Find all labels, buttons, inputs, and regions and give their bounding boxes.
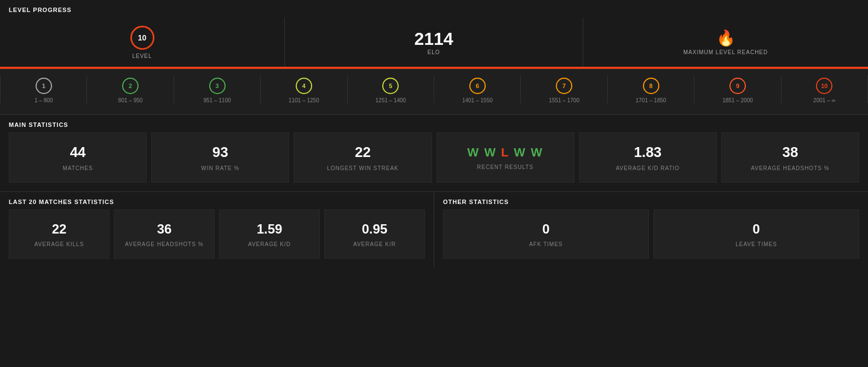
tick-circle: 10 [816, 78, 832, 94]
level-tick: 5 1251 – 1400 [348, 75, 434, 103]
stat-value: 93 [212, 144, 228, 161]
level-top-row: 10 LEVEL 2114 ELO 🔥 MAXIMUM LEVEL REACHE… [0, 18, 868, 67]
fire-icon: 🔥 [716, 29, 735, 47]
tick-range: 2001 – ∞ [813, 97, 836, 103]
level-tick: 2 801 – 950 [87, 75, 174, 103]
other-stat-value: 0 [542, 222, 549, 237]
tick-circle: 1 [36, 78, 52, 94]
level-tick: 8 1701 – 1850 [608, 75, 694, 103]
other-stat-label: LEAVE TIMES [735, 241, 777, 247]
bottom-stat-label: AVERAGE K/R [353, 241, 396, 247]
stat-card: 22 LONGEST WIN STREAK [294, 132, 432, 183]
tick-range: 1 – 800 [35, 97, 53, 103]
stat-label: MATCHES [63, 165, 93, 171]
stat-value: 1.83 [634, 144, 662, 161]
stat-value: 22 [355, 144, 371, 161]
tick-circle: 7 [556, 78, 572, 94]
tick-range: 1701 – 1850 [636, 97, 666, 103]
other-stats-grid: 0 AFK TIMES 0 LEAVE TIMES [434, 209, 868, 267]
stat-label: LONGEST WIN STREAK [327, 165, 399, 171]
tick-range: 1251 – 1400 [376, 97, 406, 103]
stat-card: 38 AVERAGE HEADSHOTS % [721, 132, 859, 183]
level-block: 10 LEVEL [0, 18, 285, 67]
bottom-stat-value: 22 [52, 222, 67, 237]
level-label: LEVEL [132, 53, 152, 59]
bottom-stat-label: AVERAGE K/D [248, 241, 291, 247]
result-w: W [531, 145, 543, 159]
bottom-stat-value: 0.95 [362, 222, 388, 237]
tick-range: 1401 – 1550 [462, 97, 493, 103]
other-stat-value: 0 [752, 222, 760, 237]
stat-card: 44 MATCHES [9, 132, 147, 183]
tick-circle: 4 [296, 78, 312, 94]
bottom-section: LAST 20 MATCHES STATISTICS 22 AVERAGE KI… [0, 191, 868, 267]
stat-card: W W L W W RECENT RESULTS [436, 132, 574, 183]
level-tick: 7 1551 – 1700 [521, 75, 607, 103]
elo-value: 2114 [414, 29, 453, 49]
level-ticks-row: 1 1 – 800 2 801 – 950 3 951 – 1100 4 110… [0, 69, 868, 114]
result-w: W [514, 145, 526, 159]
main-stats-section: MAIN STATISTICS 44 MATCHES 93 WIN RATE %… [0, 114, 868, 191]
bottom-stat-value: 36 [157, 222, 172, 237]
bottom-stat-card: 1.59 AVERAGE K/D [219, 209, 320, 259]
other-stat-card: 0 LEAVE TIMES [653, 209, 859, 259]
tick-circle: 6 [469, 78, 486, 94]
other-stat-card: 0 AFK TIMES [443, 209, 649, 259]
tick-circle: 3 [209, 78, 226, 94]
recent-results-value: W W L W W [467, 145, 543, 160]
level-tick: 3 951 – 1100 [174, 75, 261, 103]
main-stats-grid: 44 MATCHES 93 WIN RATE % 22 LONGEST WIN … [0, 132, 868, 191]
other-stats-section: OTHER STATISTICS 0 AFK TIMES 0 LEAVE TIM… [434, 192, 868, 267]
tick-range: 951 – 1100 [203, 97, 231, 103]
level-tick: 9 1851 – 2000 [694, 75, 781, 103]
other-stats-title: OTHER STATISTICS [434, 192, 868, 209]
tick-range: 801 – 950 [118, 97, 143, 103]
stat-label: AVERAGE HEADSHOTS % [751, 165, 829, 171]
last20-stats-grid: 22 AVERAGE KILLS 36 AVERAGE HEADSHOTS % … [0, 209, 434, 267]
stat-label: RECENT RESULTS [477, 164, 533, 170]
tick-range: 1851 – 2000 [722, 97, 753, 103]
bottom-stat-value: 1.59 [257, 222, 283, 237]
main-stats-title: MAIN STATISTICS [0, 115, 868, 132]
stat-value: 44 [70, 144, 86, 161]
tick-range: 1551 – 1700 [549, 97, 579, 103]
last20-section: LAST 20 MATCHES STATISTICS 22 AVERAGE KI… [0, 192, 434, 267]
bottom-stat-card: 36 AVERAGE HEADSHOTS % [114, 209, 215, 259]
level-progress-section: LEVEL PROGRESS 10 LEVEL 2114 ELO 🔥 MAXIM… [0, 0, 868, 114]
stat-label: WIN RATE % [201, 165, 239, 171]
tick-circle: 5 [382, 78, 399, 94]
elo-block: 2114 ELO [285, 18, 583, 67]
result-w: W [467, 145, 480, 159]
level-tick: 6 1401 – 1550 [434, 75, 521, 103]
stat-card: 93 WIN RATE % [151, 132, 289, 183]
tick-circle: 8 [643, 78, 659, 94]
other-stat-label: AFK TIMES [529, 241, 563, 247]
bottom-stat-label: AVERAGE KILLS [35, 241, 84, 247]
bottom-stat-label: AVERAGE HEADSHOTS % [125, 241, 203, 247]
result-w: W [484, 145, 497, 159]
stat-label: AVERAGE K/D RATIO [616, 165, 680, 171]
level-circle: 10 [130, 26, 154, 50]
elo-label: ELO [427, 49, 440, 55]
tick-circle: 9 [729, 78, 746, 94]
tick-range: 1101 – 1250 [289, 97, 319, 103]
result-l: L [501, 145, 509, 159]
level-tick: 10 2001 – ∞ [781, 75, 868, 103]
stat-card: 1.83 AVERAGE K/D RATIO [579, 132, 717, 183]
max-level-block: 🔥 MAXIMUM LEVEL REACHED [583, 18, 868, 67]
level-tick: 4 1101 – 1250 [261, 75, 347, 103]
bottom-stat-card: 0.95 AVERAGE K/R [324, 209, 425, 259]
level-tick: 1 1 – 800 [0, 75, 87, 103]
level-value: 10 [138, 33, 147, 42]
tick-circle: 2 [122, 78, 139, 94]
bottom-stat-card: 22 AVERAGE KILLS [9, 209, 110, 259]
stat-value: 38 [782, 144, 798, 161]
level-progress-title: LEVEL PROGRESS [0, 0, 868, 18]
last20-title: LAST 20 MATCHES STATISTICS [0, 192, 434, 209]
max-level-label: MAXIMUM LEVEL REACHED [683, 49, 768, 55]
